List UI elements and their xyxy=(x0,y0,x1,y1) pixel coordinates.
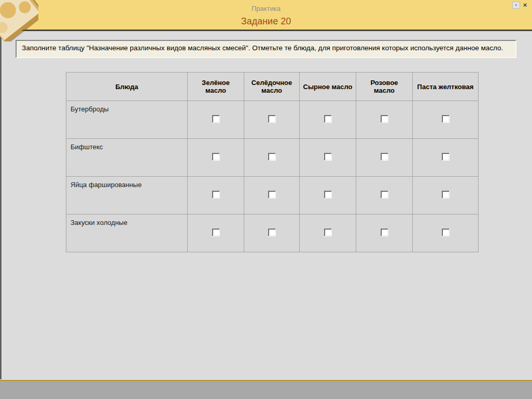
table-cell xyxy=(188,177,244,215)
table-cell xyxy=(244,215,300,252)
row-label: Закуски холодные xyxy=(66,215,188,252)
table-cell xyxy=(244,101,300,139)
checkbox-r3c1[interactable] xyxy=(212,191,220,198)
table-row: Бутерброды xyxy=(66,101,479,139)
table-cell xyxy=(300,139,356,177)
dishes-table: Блюда Зелёное масло Селёдочное масло Сыр… xyxy=(66,72,479,252)
window-controls: ▪ × xyxy=(512,2,528,9)
checkbox-r3c2[interactable] xyxy=(268,191,276,198)
checkbox-r4c5[interactable] xyxy=(442,229,450,236)
checkbox-r4c1[interactable] xyxy=(212,229,220,236)
column-header-green-butter: Зелёное масло xyxy=(188,73,244,101)
column-header-pink-butter: Розовое масло xyxy=(356,73,413,101)
table-header-row: Блюда Зелёное масло Селёдочное масло Сыр… xyxy=(66,73,479,101)
instruction-text: Заполните таблицу "Назначение различных … xyxy=(16,40,516,58)
checkbox-r3c5[interactable] xyxy=(442,191,450,198)
checkbox-r1c4[interactable] xyxy=(381,115,388,123)
checkbox-r2c3[interactable] xyxy=(324,153,332,161)
column-header-yolk-paste: Паста желтковая xyxy=(413,73,479,101)
checkbox-r1c5[interactable] xyxy=(442,115,450,123)
table-cell xyxy=(300,177,356,215)
checkbox-r2c4[interactable] xyxy=(381,153,388,161)
table-cell xyxy=(356,215,413,252)
table-cell xyxy=(300,215,356,252)
column-header-herring-butter: Селёдочное масло xyxy=(244,73,300,101)
close-icon[interactable]: × xyxy=(522,2,528,8)
checkbox-r1c2[interactable] xyxy=(268,115,276,123)
checkbox-r1c3[interactable] xyxy=(324,115,332,123)
task-title: Задание 20 xyxy=(0,16,532,27)
checkbox-r4c2[interactable] xyxy=(268,229,276,236)
checkbox-r1c1[interactable] xyxy=(212,115,220,123)
application-window: Практика Задание 20 ▪ × Заполните таблиц… xyxy=(0,0,532,399)
window-left-edge xyxy=(0,31,2,380)
checkbox-r2c5[interactable] xyxy=(442,153,450,161)
column-header-cheese-butter: Сырное масло xyxy=(300,73,356,101)
table-row: Закуски холодные xyxy=(66,215,479,252)
table-cell xyxy=(244,139,300,177)
table-cell xyxy=(300,101,356,139)
footer-bar xyxy=(0,380,532,399)
table-row: Бифштекс xyxy=(66,139,479,177)
table-cell xyxy=(356,101,413,139)
column-header-dishes: Блюда xyxy=(66,73,188,101)
row-label: Яйца фаршированные xyxy=(66,177,188,215)
app-title: Практика xyxy=(0,5,532,12)
table-cell xyxy=(188,215,244,252)
checkbox-r2c2[interactable] xyxy=(268,153,276,161)
minimize-icon[interactable]: ▪ xyxy=(512,2,520,9)
table-cell xyxy=(188,139,244,177)
table-cell xyxy=(413,215,479,252)
table-cell xyxy=(356,177,413,215)
table-cell xyxy=(413,177,479,215)
table-cell xyxy=(413,139,479,177)
row-label: Бифштекс xyxy=(66,139,188,177)
checkbox-r3c3[interactable] xyxy=(324,191,332,198)
table-cell xyxy=(244,177,300,215)
checkbox-r2c1[interactable] xyxy=(212,153,220,161)
table-row: Яйца фаршированные xyxy=(66,177,479,215)
table-cell xyxy=(188,101,244,139)
checkbox-r3c4[interactable] xyxy=(381,191,388,198)
checkbox-r4c3[interactable] xyxy=(324,229,332,236)
row-label: Бутерброды xyxy=(66,101,188,139)
table-cell xyxy=(413,101,479,139)
header-banner: Практика Задание 20 xyxy=(0,0,532,31)
checkbox-r4c4[interactable] xyxy=(381,229,388,236)
table-cell xyxy=(356,139,413,177)
